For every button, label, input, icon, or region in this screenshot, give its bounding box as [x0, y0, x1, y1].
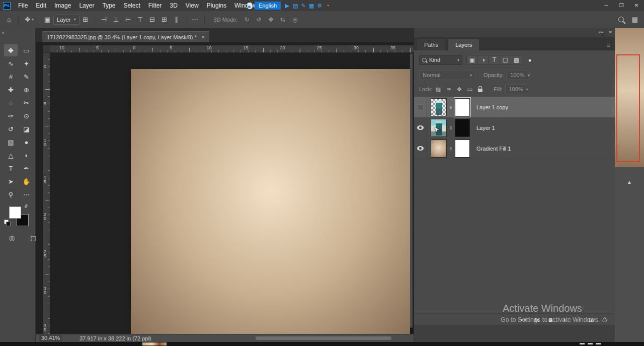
- drag-3d-icon[interactable]: ✥: [266, 15, 276, 25]
- layer-mask-thumbnail[interactable]: [455, 98, 470, 116]
- layer-row[interactable]: ∞ Layer 1: [414, 117, 615, 139]
- path-selection-tool[interactable]: ➤: [4, 175, 18, 187]
- arrange-panels-icon[interactable]: ▤: [630, 15, 640, 25]
- lock-paint-icon[interactable]: ✑: [444, 86, 453, 93]
- opacity-field[interactable]: 100% ▾: [507, 70, 530, 80]
- align-top-icon[interactable]: ⊤: [135, 15, 145, 25]
- menu-item[interactable]: View: [182, 0, 203, 11]
- layer-name[interactable]: Layer 1: [476, 125, 495, 131]
- ruler-horizontal[interactable]: 10505101520253035: [43, 45, 414, 53]
- smart-object-filter-icon[interactable]: ▩: [511, 55, 522, 65]
- filter-toggle-icon[interactable]: ●: [528, 57, 531, 63]
- healing-brush-tool[interactable]: ⊕: [20, 84, 33, 96]
- hand-tool[interactable]: ✋: [20, 175, 33, 187]
- clone-stamp-tool[interactable]: ⊙: [20, 110, 33, 122]
- menu-item[interactable]: Plugins: [203, 0, 230, 11]
- pen-input-icon[interactable]: ✎: [299, 0, 307, 11]
- layer-row[interactable]: ∞ Layer 1 copy: [414, 97, 615, 118]
- close-tab-icon[interactable]: ✕: [201, 35, 205, 40]
- tab-paths[interactable]: Paths: [417, 39, 445, 50]
- menu-item[interactable]: Filter: [144, 0, 166, 11]
- type-layer-filter-icon[interactable]: T: [489, 55, 500, 65]
- auto-select-target-dropdown[interactable]: Layer ▾: [53, 15, 79, 25]
- status-options-chevron[interactable]: ›: [149, 334, 150, 342]
- orbit-3d-icon[interactable]: ↻: [242, 15, 252, 25]
- menu-item[interactable]: Image: [50, 0, 75, 11]
- distribute-icon[interactable]: ∥: [172, 15, 182, 25]
- document-canvas[interactable]: [131, 69, 410, 334]
- close-panel-icon[interactable]: ✕: [608, 30, 612, 35]
- fill-field[interactable]: 100% ▾: [505, 84, 528, 94]
- layer-mask-thumbnail[interactable]: [455, 140, 470, 158]
- gradient-tool[interactable]: ▧: [4, 136, 18, 148]
- eyedropper-tool[interactable]: ✎: [20, 71, 33, 83]
- swap-colors-icon[interactable]: ⇄: [23, 203, 29, 209]
- collapse-panels-icon[interactable]: ««: [598, 30, 603, 35]
- align-right-icon[interactable]: ⊢: [123, 15, 133, 25]
- settings-icon[interactable]: ⚙: [315, 0, 324, 11]
- slide-3d-icon[interactable]: ⇆: [278, 15, 288, 25]
- screen-mode-button[interactable]: ▢: [27, 232, 40, 244]
- minimize-button[interactable]: ─: [599, 0, 614, 11]
- play-icon[interactable]: ▶: [283, 0, 291, 11]
- horizontal-scrollbar[interactable]: [256, 336, 391, 340]
- vertical-scrollbar[interactable]: [410, 53, 413, 328]
- blend-mode-dropdown[interactable]: Normal ▾: [419, 70, 475, 80]
- document-tab[interactable]: 1712822983325.jpg @ 30.4% (Layer 1 copy,…: [42, 31, 209, 43]
- brush-tool[interactable]: ✑: [4, 110, 18, 122]
- dodge-tool[interactable]: △: [4, 149, 18, 161]
- pen-tool[interactable]: ✒: [20, 162, 33, 174]
- menu-item[interactable]: Type: [98, 0, 119, 11]
- photoshop-logo-icon[interactable]: Ps: [3, 2, 11, 10]
- align-left-icon[interactable]: ⊣: [99, 15, 109, 25]
- adjustment-layer-filter-icon[interactable]: ◑: [477, 55, 489, 65]
- menu-item[interactable]: Layer: [75, 0, 98, 11]
- visibility-toggle[interactable]: [414, 117, 427, 138]
- auto-select-icon[interactable]: ▣: [42, 15, 52, 25]
- content-aware-move-tool[interactable]: ✂: [20, 97, 33, 109]
- taskbar-app-thumbnail[interactable]: [142, 342, 167, 345]
- lasso-tool[interactable]: ∿: [4, 57, 18, 70]
- pixel-layer-filter-icon[interactable]: ▣: [466, 55, 478, 65]
- search-icon[interactable]: [618, 17, 624, 22]
- quick-mask-button[interactable]: ◎: [5, 232, 19, 244]
- clock-icon[interactable]: ◔: [324, 0, 332, 11]
- zoom-3d-icon[interactable]: ◎: [290, 15, 300, 25]
- chevron-down-icon[interactable]: ▾: [32, 17, 34, 22]
- align-bottom-icon[interactable]: ⊞: [159, 15, 170, 25]
- type-tool[interactable]: T: [4, 162, 18, 174]
- layer-thumbnail[interactable]: [431, 98, 447, 116]
- visibility-toggle[interactable]: [414, 138, 427, 159]
- home-icon[interactable]: ⌂: [4, 15, 14, 25]
- eraser-tool[interactable]: ◪: [20, 123, 33, 135]
- menu-item[interactable]: Edit: [32, 0, 50, 11]
- align-middle-icon[interactable]: ⊟: [147, 15, 157, 25]
- lock-transparency-icon[interactable]: ▨: [433, 86, 443, 93]
- taskbar-tray[interactable]: [580, 343, 601, 344]
- delete-layer-icon[interactable]: ♺: [600, 316, 609, 323]
- keyboard-icon[interactable]: ▤: [291, 0, 299, 11]
- blur-tool[interactable]: ●: [20, 136, 33, 148]
- layer-name[interactable]: Gradient Fill 1: [476, 146, 511, 152]
- align-center-horizontal-icon[interactable]: ⊥: [111, 15, 121, 25]
- menu-item[interactable]: Select: [119, 0, 144, 11]
- canvas-area[interactable]: 10505101520253035 05101520253035: [35, 42, 414, 334]
- lock-position-icon[interactable]: ✥: [454, 86, 464, 93]
- foreground-color-swatch[interactable]: [9, 206, 21, 219]
- close-button[interactable]: ✕: [629, 0, 644, 11]
- panel-menu-icon[interactable]: ≡: [606, 40, 610, 50]
- visibility-toggle[interactable]: [414, 97, 427, 117]
- default-colors-icon[interactable]: [4, 220, 9, 224]
- show-transform-controls-icon[interactable]: ⊞: [80, 15, 91, 25]
- more-tools[interactable]: ⋯: [20, 188, 33, 200]
- menu-item[interactable]: File: [14, 0, 32, 11]
- crop-tool[interactable]: #: [4, 71, 18, 83]
- roll-3d-icon[interactable]: ↺: [254, 15, 264, 25]
- layer-mask-thumbnail[interactable]: [455, 119, 470, 137]
- tab-layers[interactable]: Layers: [448, 39, 479, 50]
- lock-artboard-icon[interactable]: ▭: [465, 86, 474, 93]
- mic-icon[interactable]: [248, 3, 252, 9]
- layer-name[interactable]: Layer 1 copy: [476, 104, 508, 110]
- collapse-toolbar-icon[interactable]: «: [2, 30, 5, 35]
- restore-button[interactable]: ❐: [614, 0, 629, 11]
